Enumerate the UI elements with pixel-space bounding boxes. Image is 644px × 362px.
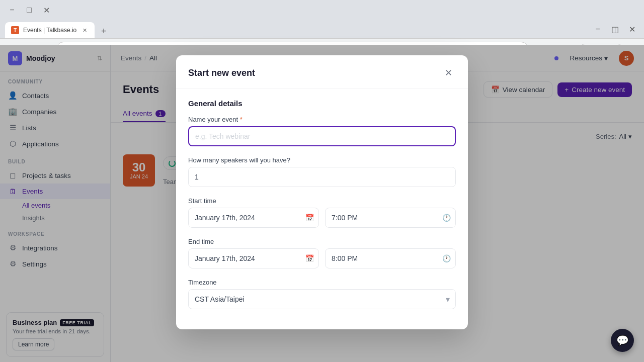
modal-header: Start new event ✕ [176, 55, 468, 89]
chat-bubble-button[interactable]: 💬 [611, 329, 634, 352]
timezone-select[interactable]: CST Asia/Taipei [188, 289, 456, 309]
modal-close-button[interactable]: ✕ [441, 65, 456, 80]
speakers-label: How many speakers will you have? [188, 156, 456, 164]
close-window-button[interactable]: ✕ [39, 3, 53, 17]
end-time-group: End time 📅 🕐 [188, 238, 456, 268]
speakers-input[interactable] [188, 167, 456, 187]
start-time-field[interactable]: 🕐 [325, 208, 456, 228]
start-date-input[interactable] [188, 208, 319, 228]
start-time-label: Start time [188, 197, 456, 205]
maximize-button[interactable]: □ [22, 3, 36, 17]
timezone-label: Timezone [188, 279, 456, 286]
tab-close-button[interactable]: ✕ [80, 26, 89, 34]
new-tab-button[interactable]: + [97, 24, 111, 38]
timezone-wrapper[interactable]: CST Asia/Taipei [188, 289, 456, 309]
end-date-field[interactable]: 📅 [188, 248, 319, 268]
event-name-input[interactable] [188, 126, 456, 146]
modal: Start new event ✕ General details Name y… [176, 55, 468, 329]
general-details-title: General details [188, 99, 456, 108]
end-date-input[interactable] [188, 248, 319, 268]
modal-body: General details Name your event * How ma… [176, 89, 468, 329]
event-name-group: Name your event * [188, 116, 456, 146]
end-time-field[interactable]: 🕐 [325, 248, 456, 268]
end-time-label: End time [188, 238, 456, 245]
start-date-field[interactable]: 📅 [188, 208, 319, 228]
tab-title: Events | Talkbase.io [23, 27, 76, 34]
browser-minimize-btn[interactable]: − [591, 22, 605, 36]
modal-overlay[interactable]: Start new event ✕ General details Name y… [0, 45, 644, 362]
end-time-input[interactable] [325, 248, 456, 268]
chat-icon: 💬 [616, 334, 629, 346]
start-time-input[interactable] [325, 208, 456, 228]
speakers-group: How many speakers will you have? [188, 156, 456, 187]
tab-favicon: T [11, 26, 19, 34]
required-indicator: * [240, 116, 243, 123]
event-name-label: Name your event * [188, 116, 456, 123]
minimize-button[interactable]: − [5, 3, 19, 17]
modal-title: Start new event [188, 68, 255, 78]
browser-close-btn[interactable]: ✕ [625, 22, 639, 36]
start-time-group: Start time 📅 🕐 [188, 197, 456, 228]
browser-restore-btn[interactable]: ◫ [608, 22, 622, 36]
browser-tab[interactable]: T Events | Talkbase.io ✕ [5, 22, 95, 38]
timezone-group: Timezone CST Asia/Taipei [188, 279, 456, 309]
